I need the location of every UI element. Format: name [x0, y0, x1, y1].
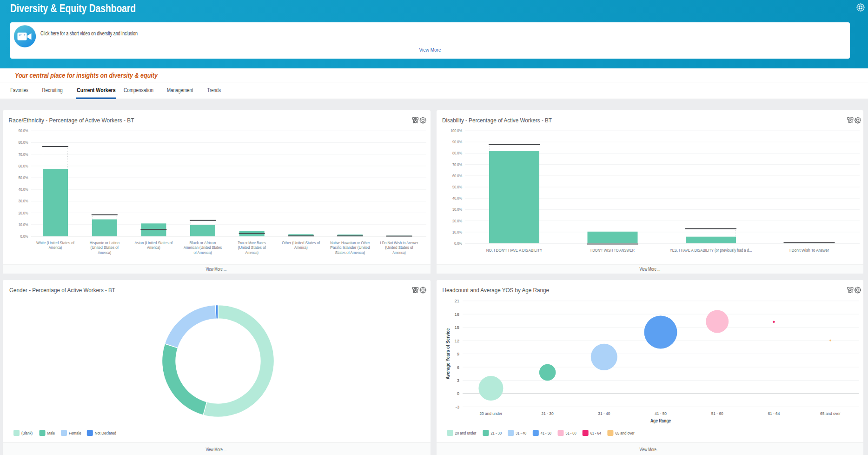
svg-text:21 - 30: 21 - 30 [490, 430, 502, 435]
svg-text:41 - 50: 41 - 50 [541, 430, 551, 435]
svg-text:America): America) [98, 250, 112, 255]
svg-text:10.0%: 10.0% [452, 230, 462, 234]
svg-text:States of America): States of America) [335, 250, 365, 255]
svg-text:Headcount and Average YOS by A: Headcount and Average YOS by Age Range [443, 287, 550, 294]
svg-text:American (United States: American (United States [184, 245, 222, 250]
svg-text:America): America) [147, 245, 160, 250]
svg-text:50.0%: 50.0% [452, 185, 462, 189]
svg-text:31 - 40: 31 - 40 [598, 411, 610, 416]
svg-text:I DON'T WISH TO ANSWER: I DON'T WISH TO ANSWER [590, 248, 635, 253]
svg-text:40.0%: 40.0% [452, 196, 462, 201]
svg-text:60.0%: 60.0% [452, 174, 462, 178]
svg-text:90.0%: 90.0% [452, 140, 462, 144]
svg-text:Diversity & Equity Dashboard: Diversity & Equity Dashboard [10, 2, 136, 14]
svg-text:41 - 50: 41 - 50 [655, 411, 667, 416]
svg-text:White (United States of: White (United States of [36, 241, 74, 245]
svg-text:Female: Female [69, 430, 81, 435]
svg-text:3: 3 [457, 378, 459, 383]
svg-text:Gender - Percentage of Active: Gender - Percentage of Active Workers - … [9, 287, 115, 294]
svg-text:60.0%: 60.0% [19, 164, 28, 168]
svg-text:of America): of America) [193, 250, 212, 255]
svg-text:10.0%: 10.0% [19, 222, 28, 227]
svg-text:12: 12 [454, 338, 459, 343]
svg-text:Native Hawaiian or Other: Native Hawaiian or Other [330, 241, 370, 245]
svg-text:Recruiting: Recruiting [42, 87, 63, 94]
svg-text:20.0%: 20.0% [19, 211, 28, 215]
svg-text:NO, I DON'T HAVE A DISABILITY: NO, I DON'T HAVE A DISABILITY [486, 248, 543, 253]
svg-text:61 - 64: 61 - 64 [590, 430, 601, 435]
svg-text:Your central place for insight: Your central place for insights on diver… [15, 72, 158, 79]
svg-text:Favorites: Favorites [10, 87, 28, 94]
svg-text:20.0%: 20.0% [452, 219, 462, 223]
svg-text:(United States of: (United States of [385, 245, 413, 250]
svg-text:50.0%: 50.0% [19, 175, 28, 180]
svg-text:View More ...: View More ... [206, 447, 227, 452]
svg-text:80.0%: 80.0% [452, 151, 462, 155]
svg-text:9: 9 [457, 351, 459, 356]
svg-text:0.0%: 0.0% [454, 241, 462, 246]
svg-text:America): America) [49, 245, 62, 250]
svg-text:Click here for a short video o: Click here for a short video on diversit… [40, 30, 138, 37]
svg-text:21 - 30: 21 - 30 [542, 411, 554, 416]
svg-text:18: 18 [454, 312, 459, 317]
svg-text:Asian (United States of: Asian (United States of [134, 241, 172, 245]
svg-text:70.0%: 70.0% [19, 152, 28, 157]
svg-text:Disability - Percentage of Act: Disability - Percentage of Active Worker… [442, 117, 552, 124]
svg-text:Management: Management [167, 87, 193, 94]
svg-text:100.0%: 100.0% [451, 128, 462, 133]
svg-text:0: 0 [457, 391, 459, 396]
svg-text:I Do Not Wish to Answer: I Do Not Wish to Answer [380, 241, 418, 245]
svg-text:Black or African: Black or African [190, 241, 216, 245]
svg-text:51 - 60: 51 - 60 [711, 411, 723, 416]
svg-text:21: 21 [454, 298, 459, 303]
svg-text:Other (United States of: Other (United States of [282, 241, 320, 245]
svg-text:20 and under: 20 and under [479, 411, 502, 416]
svg-text:Two or More Races: Two or More Races [238, 241, 266, 245]
svg-text:31 - 40: 31 - 40 [516, 430, 526, 435]
svg-text:Pacific Islander (United: Pacific Islander (United [330, 245, 370, 250]
svg-text:Male: Male [47, 430, 55, 435]
svg-text:Not Declared: Not Declared [95, 430, 116, 435]
svg-text:40.0%: 40.0% [19, 187, 28, 192]
svg-text:Trends: Trends [207, 87, 221, 94]
svg-text:6: 6 [457, 365, 459, 370]
svg-text:(Blank): (Blank) [21, 430, 33, 435]
svg-text:Average Years of Service: Average Years of Service [445, 328, 451, 379]
svg-text:80.0%: 80.0% [19, 140, 28, 145]
svg-text:65 and over: 65 and over [820, 411, 841, 416]
svg-text:YES, I HAVE A DISABILITY (or p: YES, I HAVE A DISABILITY (or previously … [670, 248, 752, 253]
svg-text:0.0%: 0.0% [20, 234, 28, 239]
svg-text:I Don't Wish To Answer: I Don't Wish To Answer [789, 248, 829, 253]
svg-text:View More ...: View More ... [206, 267, 227, 272]
svg-text:30.0%: 30.0% [19, 199, 28, 203]
svg-text:30.0%: 30.0% [452, 207, 462, 212]
svg-text:65 and over: 65 and over [615, 430, 634, 435]
svg-text:51 - 60: 51 - 60 [566, 430, 576, 435]
svg-text:Compensation: Compensation [124, 87, 153, 94]
svg-text:View More ...: View More ... [640, 447, 661, 452]
svg-text:America): America) [392, 250, 406, 255]
svg-text:Race/Ethnicity - Percentage of: Race/Ethnicity - Percentage of Active Wo… [9, 117, 134, 124]
svg-text:Current Workers: Current Workers [77, 87, 116, 94]
svg-text:-3: -3 [456, 404, 459, 409]
svg-text:View More ...: View More ... [640, 267, 661, 272]
svg-text:America): America) [245, 250, 258, 255]
svg-text:Age Range: Age Range [650, 418, 671, 423]
svg-text:(United States of: (United States of [91, 245, 119, 250]
svg-text:61 - 64: 61 - 64 [768, 411, 780, 416]
svg-text:(United States of: (United States of [238, 245, 266, 250]
svg-text:Hispanic or Latino: Hispanic or Latino [90, 241, 119, 245]
svg-text:America): America) [294, 245, 308, 250]
svg-text:15: 15 [454, 325, 459, 330]
svg-text:90.0%: 90.0% [19, 128, 28, 133]
svg-text:View More: View More [419, 47, 441, 53]
svg-text:20 and under: 20 and under [455, 430, 477, 435]
svg-text:70.0%: 70.0% [452, 162, 462, 167]
